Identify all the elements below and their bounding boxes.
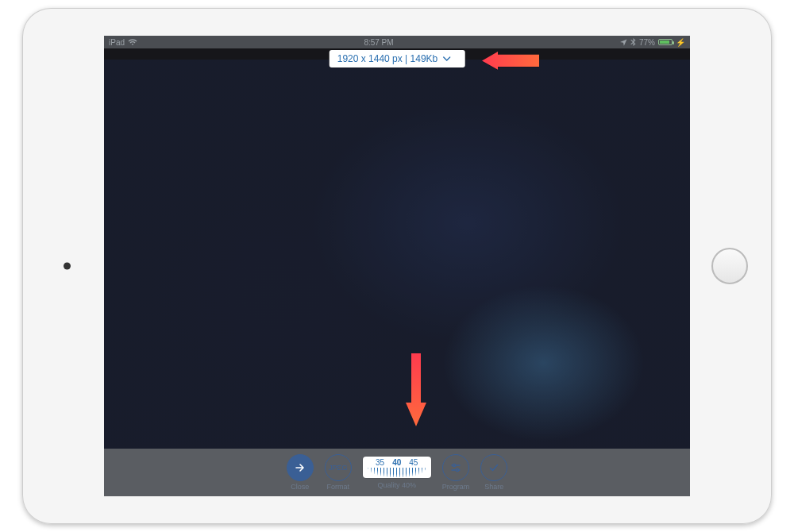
program-button[interactable]: Program (442, 454, 470, 491)
sliders-icon (442, 454, 469, 481)
format-label: Format (326, 483, 349, 491)
quality-tick-left: 35 (376, 458, 384, 467)
quality-label: Quality 40% (377, 481, 416, 489)
screen: iPad 8:57 PM 77% ⚡ (104, 36, 690, 496)
status-bar: iPad 8:57 PM 77% ⚡ (104, 36, 690, 48)
quality-tick-center: 40 (392, 458, 401, 467)
annotation-arrow-bottom (406, 353, 426, 426)
charging-icon: ⚡ (676, 38, 685, 47)
program-label: Program (442, 483, 470, 491)
close-label: Close (291, 483, 309, 491)
check-icon (480, 454, 507, 481)
share-button[interactable]: Share (480, 454, 507, 491)
home-button[interactable] (711, 248, 748, 284)
quality-control[interactable]: 35 40 45 Quality 40% (363, 457, 431, 489)
status-time: 8:57 PM (364, 38, 393, 47)
battery-icon (658, 39, 673, 45)
image-info-dropdown[interactable]: 1920 x 1440 px | 149Kb (330, 50, 465, 67)
status-left: iPad (109, 38, 137, 47)
quality-tick-right: 45 (409, 458, 418, 467)
battery-percent: 77% (639, 38, 655, 47)
arrow-right-icon (287, 454, 314, 481)
annotation-arrow-top (482, 52, 539, 71)
wifi-icon (128, 38, 137, 46)
close-button[interactable]: Close (287, 454, 314, 491)
bottom-toolbar: Close JPEG Format 35 40 45 Quality 40% (104, 449, 690, 496)
format-button[interactable]: JPEG Format (325, 454, 352, 491)
chevron-down-icon (442, 55, 450, 63)
share-label: Share (484, 483, 503, 491)
status-right: 77% ⚡ (620, 38, 685, 47)
dial-ticks (368, 468, 426, 477)
photo-preview (104, 60, 690, 449)
location-icon (620, 39, 627, 46)
image-info-text: 1920 x 1440 px | 149Kb (337, 53, 438, 64)
format-value: JPEG (325, 454, 352, 481)
quality-dial[interactable]: 35 40 45 (363, 457, 431, 478)
svg-point-1 (456, 468, 458, 471)
device-name: iPad (109, 38, 125, 47)
bluetooth-icon (630, 38, 636, 46)
ipad-device-frame: iPad 8:57 PM 77% ⚡ (22, 8, 772, 524)
front-camera (64, 263, 71, 270)
svg-point-0 (453, 464, 455, 466)
